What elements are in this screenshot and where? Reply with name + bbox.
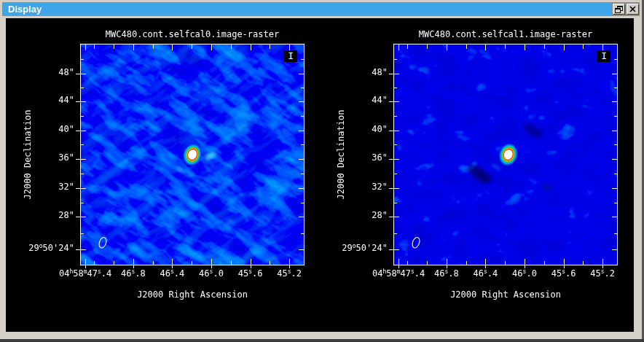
tick-mark: [81, 174, 84, 174]
tick-mark: [614, 59, 617, 60]
tick-mark: [114, 261, 114, 265]
tick-mark: [394, 116, 397, 117]
tick-mark: [394, 59, 397, 60]
tick-mark: [394, 159, 399, 160]
tick-mark: [505, 44, 506, 49]
tick-mark: [427, 44, 428, 49]
tick-mark: [211, 259, 212, 265]
tick-mark: [389, 188, 393, 189]
tick-mark: [81, 203, 84, 203]
tick-mark: [133, 259, 134, 265]
tick-mark: [192, 261, 192, 265]
tick-mark: [81, 116, 84, 117]
tick-mark: [544, 261, 545, 265]
raster-image: [394, 44, 617, 265]
y-tick-label: 44": [321, 95, 388, 105]
image-frame[interactable]: I: [80, 44, 305, 265]
tick-mark: [394, 217, 399, 217]
x-axis-label: J2000 Right Ascension: [80, 289, 305, 300]
tick-mark: [614, 174, 617, 174]
tick-mark: [398, 259, 399, 265]
tick-mark: [299, 159, 304, 160]
tick-mark: [544, 44, 545, 49]
image-panel: MWC480.cont.selfcal0.image-raster J2000 …: [7, 18, 321, 328]
tick-mark: [299, 188, 304, 189]
tick-mark: [614, 203, 617, 203]
y-tick-label: 32": [7, 182, 74, 192]
tick-mark: [211, 44, 212, 50]
stokes-label: I: [284, 50, 297, 62]
tick-mark: [614, 233, 617, 234]
image-panel: MWC480.cont.selfcal1.image-raster J2000 …: [321, 18, 634, 328]
tick-mark: [76, 159, 80, 160]
tick-mark: [614, 116, 617, 117]
x-axis-label: J2000 Right Ascension: [393, 289, 618, 300]
tick-mark: [583, 261, 584, 265]
tick-mark: [153, 261, 154, 265]
x-tick-label: 45s.2: [551, 268, 644, 279]
tick-mark: [389, 101, 393, 102]
tick-mark: [85, 44, 86, 50]
restore-button[interactable]: [613, 4, 625, 15]
close-icon: [629, 6, 636, 12]
tick-mark: [427, 261, 428, 265]
y-tick-label: 36": [321, 152, 388, 163]
tick-mark: [447, 44, 447, 50]
tick-mark: [612, 249, 617, 250]
tick-mark: [301, 233, 304, 234]
y-tick-label: 40": [7, 124, 74, 134]
tick-mark: [485, 44, 486, 50]
stokes-label: I: [597, 50, 610, 62]
tick-mark: [299, 74, 304, 74]
tick-mark: [394, 144, 397, 145]
tick-mark: [81, 249, 86, 250]
tick-mark: [389, 217, 393, 217]
y-tick-label: 29o50'24": [7, 243, 74, 253]
tick-mark: [394, 174, 397, 174]
tick-mark: [485, 259, 486, 265]
y-tick-label: 28": [321, 210, 388, 220]
tick-mark: [301, 144, 304, 145]
tick-mark: [289, 44, 290, 50]
image-frame[interactable]: I: [393, 44, 618, 265]
tick-mark: [612, 159, 617, 160]
y-tick-label: 28": [7, 210, 74, 220]
tick-mark: [389, 159, 393, 160]
y-tick-label: 40": [321, 124, 388, 134]
tick-mark: [614, 144, 617, 145]
tick-mark: [394, 249, 399, 250]
tick-mark: [612, 188, 617, 189]
tick-mark: [301, 203, 304, 203]
tick-mark: [172, 259, 173, 265]
titlebar[interactable]: Display: [2, 2, 640, 16]
tick-mark: [301, 174, 304, 174]
tick-mark: [289, 259, 290, 265]
tick-mark: [612, 74, 617, 74]
raster-image: [81, 44, 304, 265]
tick-mark: [614, 88, 617, 88]
tick-mark: [612, 217, 617, 217]
tick-mark: [505, 261, 506, 265]
restore-icon: [615, 6, 623, 13]
display-window: Display MWC480.cont.selfcal0.image-raste…: [0, 0, 644, 342]
tick-mark: [407, 44, 408, 49]
tick-mark: [114, 44, 114, 49]
tick-mark: [394, 88, 397, 88]
tick-mark: [301, 59, 304, 60]
tick-mark: [394, 233, 397, 234]
tick-mark: [407, 261, 408, 265]
tick-mark: [466, 261, 467, 265]
tick-mark: [612, 101, 617, 102]
panel-title: MWC480.cont.selfcal0.image-raster: [80, 29, 305, 39]
viewer-canvas[interactable]: MWC480.cont.selfcal0.image-raster J2000 …: [6, 18, 634, 332]
y-tick-label: 48": [7, 67, 74, 77]
tick-mark: [466, 44, 467, 49]
tick-mark: [81, 159, 86, 160]
titlebar-buttons: [613, 4, 639, 15]
close-button[interactable]: [627, 4, 639, 15]
tick-mark: [76, 249, 80, 250]
tick-mark: [231, 261, 232, 265]
tick-mark: [81, 131, 86, 131]
window-resize-edge-bottom[interactable]: [0, 339, 644, 342]
tick-mark: [251, 44, 251, 50]
